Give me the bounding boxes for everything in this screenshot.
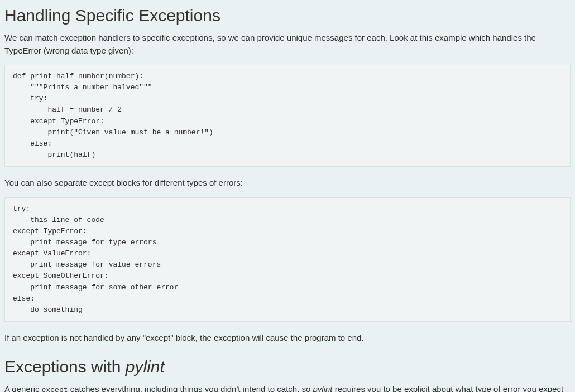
- paragraph-separate-except: You can also separate except blocks for …: [4, 177, 571, 190]
- heading-handling-specific-exceptions: Handling Specific Exceptions: [4, 4, 571, 26]
- text-italic-pylint: pylint: [313, 384, 333, 392]
- code-block-multiple-except: try: this line of code except TypeError:…: [4, 197, 571, 322]
- text-part: catches everything, including things you…: [68, 384, 313, 392]
- paragraph-pylint-generic-except: A generic except catches everything, inc…: [4, 383, 571, 392]
- paragraph-unhandled-exception: If an exception is not handled by any "e…: [4, 332, 571, 345]
- heading-text-prefix: Exceptions with: [4, 357, 126, 376]
- paragraph-intro: We can match exception handlers to speci…: [4, 32, 571, 57]
- heading-text-italic: pylint: [126, 357, 165, 376]
- text-part: A generic: [4, 384, 42, 392]
- code-inline-except: except: [42, 386, 68, 392]
- heading-exceptions-with-pylint: Exceptions with pylint: [4, 356, 571, 378]
- code-block-print-half-number: def print_half_number(number): """Prints…: [4, 65, 571, 167]
